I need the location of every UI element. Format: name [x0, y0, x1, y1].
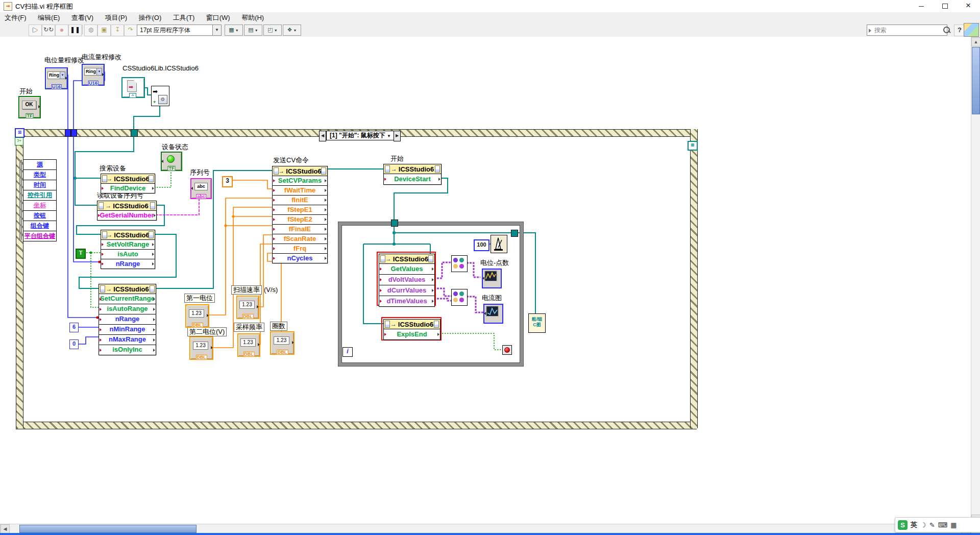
invoke-row-SetCVParams[interactable]: SetCVParams — [273, 176, 327, 185]
invoke-row-fStepE2[interactable]: fStepE2 — [273, 214, 327, 224]
invoke-row-nRange[interactable]: nRange — [99, 314, 156, 324]
serial-number-indicator[interactable]: abc abc — [190, 178, 212, 199]
event-data-item-平台组合键[interactable]: 平台组合键 — [23, 231, 57, 241]
event-data-item-按钮[interactable]: 按钮 — [23, 210, 57, 221]
scan-rate-unit[interactable]: (V/s) — [264, 286, 278, 294]
convert-node-1[interactable] — [451, 255, 468, 272]
invoke-row-nCycles[interactable]: nCycles — [273, 253, 327, 263]
distribute-objects-dropdown[interactable]: ▤▼ — [244, 25, 262, 36]
menu-view[interactable]: 查看(V) — [67, 12, 98, 23]
minimize-button[interactable] — [910, 0, 933, 12]
scroll-left-arrow[interactable]: ◀ — [1, 524, 10, 533]
class-constant-label[interactable]: CSStudio6Lib.ICSStudio6 — [122, 64, 199, 72]
chart-volt-label[interactable]: 电位-点数 — [480, 258, 509, 268]
subvi-node[interactable]: 粗/细 C图 — [528, 313, 546, 333]
scroll-up-arrow[interactable]: ▲ — [971, 37, 980, 46]
wait-ms-node[interactable] — [491, 235, 507, 253]
sample-freq-label[interactable]: 采样频率 — [234, 323, 264, 332]
menu-help[interactable]: 帮助(H) — [237, 12, 268, 23]
tunnel-blue-1[interactable] — [65, 129, 71, 137]
event-data-node[interactable]: 源类型时间控件引用坐标按钮组合键平台组合键 — [23, 160, 57, 241]
search-input[interactable]: 搜索 — [867, 25, 947, 36]
serial-number-label[interactable]: 序列号 — [190, 168, 210, 177]
event-data-item-源[interactable]: 源 — [23, 159, 57, 170]
invoke-row-fStepE1[interactable]: fStepE1 — [273, 205, 327, 214]
close-button[interactable]: × — [957, 0, 980, 12]
constant-wait-time[interactable]: 3 — [222, 176, 233, 187]
invoke-row-nMinRange[interactable]: nMinRange — [99, 324, 156, 334]
invoke-node-setvoltrange[interactable]: → ICSStudio6 SetVoltRange isAuto nRange — [101, 230, 155, 269]
invoke-node-finddevice[interactable]: → ICSStudio6 FindDevice — [101, 174, 155, 193]
constant-loop-delay[interactable]: 100 — [474, 239, 489, 251]
menu-file[interactable]: 文件(F) — [0, 12, 31, 23]
event-data-item-时间[interactable]: 时间 — [23, 180, 57, 190]
constant-true[interactable]: T — [76, 249, 86, 259]
invoke-row-fWaitTime[interactable]: fWaitTime — [273, 185, 327, 195]
ime-keyboard-icon[interactable]: ⌨ — [938, 521, 948, 529]
invoke-node-devicestart[interactable]: → ICSStudio6 DeviceStart — [383, 164, 442, 185]
search-icon[interactable] — [942, 26, 951, 35]
invoke-row-nMaxRange[interactable]: nMaxRange — [99, 334, 156, 345]
event-structure-border-right[interactable] — [690, 129, 698, 428]
start-button-label[interactable]: 开始 — [19, 87, 33, 96]
invoke-row-dVoltValues[interactable]: dVoltValues — [379, 274, 434, 285]
class-constant[interactable]: ➡ ᗋ — [121, 77, 145, 98]
run-button[interactable]: ▶ — [29, 25, 42, 36]
second-potential-label[interactable]: 第二电位(V) — [187, 327, 227, 336]
ring-curr-terminal[interactable]: Ring ▼ U16 — [82, 64, 105, 86]
find-device-label[interactable]: 搜索设备 — [100, 164, 126, 173]
constructor-node[interactable]: ➡ ⚙ + — [151, 86, 169, 106]
constant-max-range[interactable]: 0 — [69, 339, 79, 349]
ime-language-mode[interactable]: 英 — [911, 520, 917, 529]
tunnel-class[interactable] — [131, 129, 138, 137]
highlight-execution-button[interactable]: ◍ — [84, 25, 97, 36]
second-potential-control[interactable]: 1.23 DBL — [189, 336, 213, 360]
invoke-node-setcurrentrange[interactable]: → ICSStudio6 SetCurrentRange isAutoRange… — [99, 284, 156, 355]
pause-button[interactable]: ❚❚ — [68, 25, 82, 36]
start-button-terminal[interactable]: OK TF — [18, 96, 41, 118]
loop-condition-terminal[interactable] — [502, 345, 512, 355]
ime-logo[interactable]: S — [898, 520, 908, 530]
menu-window[interactable]: 窗口(W) — [202, 12, 235, 23]
ime-punctuation-icon[interactable]: ☽ — [920, 521, 926, 529]
case-selector-label[interactable]: [1] "开始": 鼠标按下 ▼ — [326, 131, 395, 140]
invoke-row-fFrq[interactable]: fFrq — [273, 244, 327, 253]
case-next-arrow[interactable]: ▶ — [394, 131, 401, 141]
set-cv-params-label[interactable]: 发送CV命令 — [273, 156, 309, 165]
device-status-led[interactable]: TF — [161, 152, 182, 171]
menu-edit[interactable]: 编辑(E) — [33, 12, 64, 23]
abort-button[interactable]: ● — [55, 25, 68, 36]
invoke-node-expisend[interactable]: → ICSStudio6 ExpIsEnd — [383, 319, 440, 340]
ring-volt-terminal[interactable]: Ring ▼ U16 — [45, 67, 68, 89]
menu-tools[interactable]: 工具(T) — [168, 12, 200, 23]
loop-tunnel-in[interactable] — [391, 220, 398, 227]
font-selector[interactable]: 17pt 应用程序字体 — [137, 25, 215, 36]
reorder-objects-dropdown[interactable]: ❖▼ — [283, 25, 301, 36]
ring-volt-label[interactable]: 电位量程修改 — [44, 56, 84, 65]
first-potential-control[interactable]: 1.23 DBL — [185, 304, 209, 328]
invoke-row-fFinalE[interactable]: fFinalE — [273, 224, 327, 234]
invoke-row-isAuto[interactable]: isAuto — [101, 249, 155, 259]
scan-rate-control[interactable]: 1.23 DBL — [236, 296, 259, 319]
device-status-label[interactable]: 设备状态 — [162, 142, 188, 152]
scan-rate-label[interactable]: 扫描速率 — [231, 285, 262, 295]
sample-freq-control[interactable]: 1.23 DBL — [237, 333, 260, 357]
ime-pen-icon[interactable]: ✎ — [929, 521, 935, 529]
title-bar[interactable]: ⇒ CV扫描.vi 程序框图 × — [0, 0, 980, 13]
align-objects-dropdown[interactable]: ▦▼ — [225, 25, 243, 36]
event-structure-border-bottom[interactable] — [16, 422, 697, 429]
case-previous-arrow[interactable]: ◀ — [319, 131, 326, 141]
vertical-scrollbar-thumb[interactable] — [972, 47, 980, 114]
tunnel-blue-2[interactable] — [71, 129, 77, 137]
run-continuous-button[interactable]: ↻↻ — [42, 25, 55, 36]
device-start-label[interactable]: 开始 — [390, 154, 404, 163]
invoke-node-getserialnumber[interactable]: → ICSStudio6 GetSerialNumber — [97, 201, 157, 221]
invoke-row-GetValues[interactable]: GetValues — [379, 263, 434, 274]
maximize-button[interactable] — [933, 0, 957, 12]
chart-curr-label[interactable]: 电流图 — [482, 294, 502, 303]
resize-objects-dropdown[interactable]: ◰▼ — [263, 25, 282, 36]
invoke-row-fInitE[interactable]: fInitE — [273, 195, 327, 205]
step-into-button[interactable]: ↧ — [111, 25, 124, 36]
chart-curr-terminal[interactable] — [483, 304, 503, 324]
invoke-node-getvalues[interactable]: → ICSStudio6 GetValues dVoltValues dCurr… — [379, 254, 435, 307]
